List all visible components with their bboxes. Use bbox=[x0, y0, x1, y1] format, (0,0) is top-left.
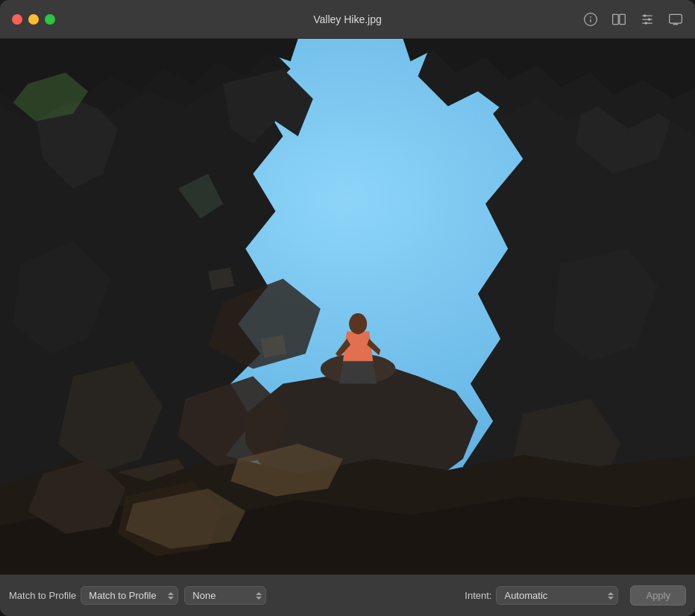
display-icon[interactable] bbox=[668, 12, 683, 27]
match-to-profile-group: Match to Profile Match to Profile bbox=[9, 586, 178, 605]
svg-point-16 bbox=[349, 313, 367, 334]
profile-dropdown-wrapper: None sRGB Display P3 Adobe RGB bbox=[184, 586, 266, 605]
svg-point-8 bbox=[644, 14, 646, 16]
intent-dropdown-wrapper: Automatic Perceptual Relative Colorimetr… bbox=[496, 586, 618, 605]
maximize-button[interactable] bbox=[45, 14, 55, 25]
photo-display bbox=[0, 39, 695, 574]
window-title: Valley Hike.jpg bbox=[313, 13, 382, 25]
intent-group: Intent: Automatic Perceptual Relative Co… bbox=[465, 586, 618, 605]
titlebar: Valley Hike.jpg bbox=[0, 0, 695, 39]
close-button[interactable] bbox=[12, 14, 22, 25]
main-window: Valley Hike.jpg bbox=[0, 0, 695, 616]
svg-rect-3 bbox=[613, 14, 619, 24]
svg-rect-11 bbox=[670, 14, 682, 23]
bottom-toolbar: Match to Profile Match to Profile None s… bbox=[0, 574, 695, 616]
match-to-profile-dropdown-wrapper: Match to Profile bbox=[81, 586, 178, 605]
toolbar-icons bbox=[583, 12, 683, 27]
svg-rect-4 bbox=[620, 14, 626, 24]
traffic-lights bbox=[12, 14, 55, 25]
apply-button[interactable]: Apply bbox=[630, 585, 686, 606]
profile-dropdown[interactable]: None sRGB Display P3 Adobe RGB bbox=[184, 586, 266, 605]
match-to-profile-label: Match to Profile bbox=[9, 590, 76, 601]
svg-point-9 bbox=[648, 18, 650, 20]
minimize-button[interactable] bbox=[28, 14, 39, 25]
match-to-profile-dropdown[interactable]: Match to Profile bbox=[81, 586, 178, 605]
image-area bbox=[0, 39, 695, 574]
intent-dropdown[interactable]: Automatic Perceptual Relative Colorimetr… bbox=[496, 586, 618, 605]
info-icon[interactable] bbox=[583, 12, 598, 27]
svg-point-10 bbox=[645, 22, 647, 24]
adjustments-icon[interactable] bbox=[640, 12, 655, 27]
intent-label: Intent: bbox=[465, 590, 491, 601]
compare-icon[interactable] bbox=[611, 12, 626, 27]
